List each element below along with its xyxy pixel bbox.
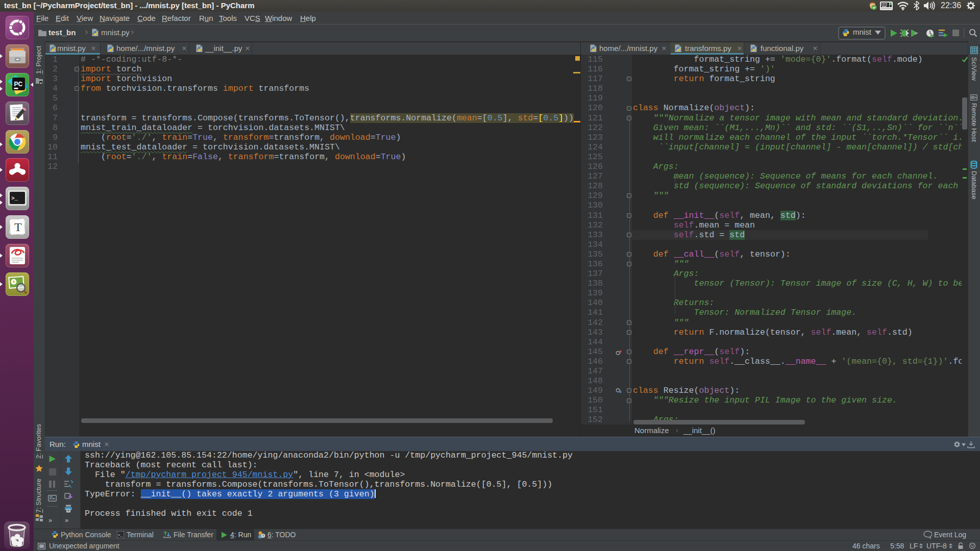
svg-text:>_: >_ bbox=[118, 533, 122, 537]
svg-text:PC: PC bbox=[14, 81, 23, 88]
svg-text:>_: >_ bbox=[11, 195, 18, 202]
svg-text:T: T bbox=[14, 220, 22, 234]
